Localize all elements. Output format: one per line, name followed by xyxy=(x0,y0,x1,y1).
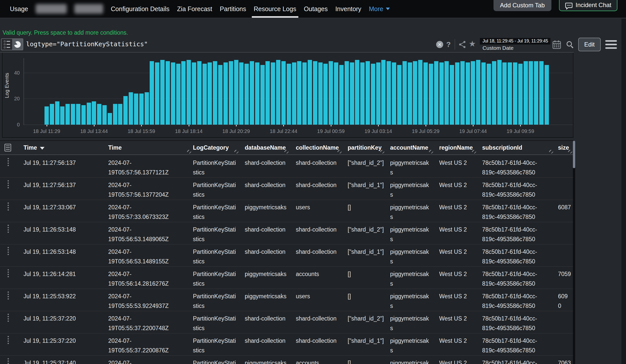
chart-bar[interactable] xyxy=(545,65,549,125)
row-actions-icon[interactable] xyxy=(8,247,9,255)
edit-button[interactable]: Edit xyxy=(578,38,601,51)
chart-bar[interactable] xyxy=(492,61,496,125)
chart-bar[interactable] xyxy=(113,104,117,125)
query-input[interactable]: logtype="PartitionKeyStatistics" xyxy=(26,40,148,48)
table-columns-icon[interactable] xyxy=(5,144,11,151)
query-view-toggle[interactable] xyxy=(1,38,23,50)
chart-bar[interactable] xyxy=(439,62,444,125)
column-header-time-sorted[interactable]: Time xyxy=(24,144,44,151)
column-header-time[interactable]: Time xyxy=(108,144,122,151)
nav-tab-redacted[interactable] xyxy=(36,4,67,14)
nav-tab-outages[interactable]: Outages xyxy=(304,0,328,18)
chart-bar[interactable] xyxy=(145,92,149,125)
column-resize-handle[interactable] xyxy=(568,150,572,153)
chart-bar[interactable] xyxy=(497,60,502,125)
chart-bar[interactable] xyxy=(313,61,317,125)
incident-chat-button[interactable]: Incident Chat xyxy=(559,0,617,11)
column-resize-handle[interactable] xyxy=(549,150,553,153)
chart-bar[interactable] xyxy=(471,61,475,125)
add-custom-tab-button[interactable]: Add Custom Tab xyxy=(494,0,551,11)
chart-bar[interactable] xyxy=(334,62,338,125)
chart-bar[interactable] xyxy=(466,62,470,125)
nav-tab-resource-logs[interactable]: Resource Logs xyxy=(254,0,296,18)
row-actions-icon[interactable] xyxy=(8,314,9,322)
chart-bar[interactable] xyxy=(229,61,233,125)
chart-bar[interactable] xyxy=(444,61,449,125)
column-resize-handle[interactable] xyxy=(472,150,476,153)
chart-bar[interactable] xyxy=(271,62,275,125)
chart-bar[interactable] xyxy=(350,62,354,125)
chart-bar[interactable] xyxy=(65,104,70,125)
column-header-collectionname[interactable]: collectionName xyxy=(296,144,339,151)
table-row[interactable]: Jul 19, 11:25:37:1402024-07-PartitionKey… xyxy=(0,356,573,364)
chart-bar[interactable] xyxy=(423,62,428,125)
chart-bar[interactable] xyxy=(339,65,344,125)
chart-bar[interactable] xyxy=(323,64,328,125)
row-actions-icon[interactable] xyxy=(8,180,9,188)
table-scrollbar-thumb[interactable] xyxy=(573,141,575,168)
chart-bar[interactable] xyxy=(360,62,365,125)
chart-bar[interactable] xyxy=(244,64,249,125)
table-row[interactable]: Jul 19, 11:27:56:1372024-07-19T05:57:56.… xyxy=(0,155,573,178)
table-row[interactable]: Jul 19, 11:26:14:2812024-07-19T05:56:14.… xyxy=(0,267,573,289)
chart-bar[interactable] xyxy=(44,106,49,125)
chart-bar[interactable] xyxy=(213,61,217,125)
chart-bar[interactable] xyxy=(529,61,533,125)
chart-bar[interactable] xyxy=(150,61,154,125)
chart-bar[interactable] xyxy=(308,60,312,125)
table-row[interactable]: Jul 19, 11:25:37:2202024-07-19T05:55:37.… xyxy=(0,333,573,356)
nav-tab-partitions[interactable]: Partitions xyxy=(220,0,246,18)
chart-bar[interactable] xyxy=(203,64,207,125)
chart-bar[interactable] xyxy=(208,62,212,125)
date-range-picker[interactable]: Jul 18, 11:29:45 - Jul 19, 11:29:45 Cust… xyxy=(480,38,550,51)
chart-bar[interactable] xyxy=(487,64,491,125)
row-actions-icon[interactable] xyxy=(8,158,9,166)
column-resize-handle[interactable] xyxy=(380,150,384,153)
chart-bar[interactable] xyxy=(366,61,370,125)
chart-bar[interactable] xyxy=(123,96,128,125)
column-resize-handle[interactable] xyxy=(284,150,288,153)
table-row[interactable]: Jul 19, 11:26:53:1482024-07-19T05:56:53.… xyxy=(0,244,573,267)
chart-bar[interactable] xyxy=(450,65,454,125)
window-scrollbar[interactable] xyxy=(621,19,626,364)
chart-bar[interactable] xyxy=(218,65,222,125)
share-icon[interactable] xyxy=(459,41,466,48)
chart-bar[interactable] xyxy=(192,62,196,125)
chart-bar[interactable] xyxy=(160,60,165,125)
chart-bar[interactable] xyxy=(108,113,112,125)
chart-bar[interactable] xyxy=(71,104,75,125)
chart-bar[interactable] xyxy=(102,105,107,125)
search-icon[interactable] xyxy=(567,41,573,48)
chart-bar[interactable] xyxy=(197,61,202,125)
chart-bar[interactable] xyxy=(508,62,512,125)
chart-bar[interactable] xyxy=(134,94,138,125)
column-header-regionname[interactable]: regionName xyxy=(439,144,473,151)
chart-bar[interactable] xyxy=(539,61,544,125)
chart-bar[interactable] xyxy=(76,104,80,125)
column-resize-handle[interactable] xyxy=(429,150,433,153)
chart-view-toggle[interactable] xyxy=(12,39,23,50)
column-resize-handle[interactable] xyxy=(187,150,191,153)
chart-bar[interactable] xyxy=(87,103,91,125)
column-header-partitionkey[interactable]: partitionKey xyxy=(348,144,382,151)
chart-bar[interactable] xyxy=(187,60,191,125)
chart-bar[interactable] xyxy=(171,62,175,125)
chart-bar[interactable] xyxy=(513,62,517,125)
nav-tab-usage[interactable]: Usage xyxy=(10,0,28,18)
nav-tab-configuration-details[interactable]: Configuration Details xyxy=(111,0,169,18)
chart-bar[interactable] xyxy=(129,92,133,125)
row-actions-icon[interactable] xyxy=(8,269,9,277)
table-row[interactable]: Jul 19, 11:27:56:1372024-07-19T05:57:56.… xyxy=(0,178,573,200)
column-header-size[interactable]: size xyxy=(558,144,569,151)
row-actions-icon[interactable] xyxy=(8,336,9,344)
chart-bar[interactable] xyxy=(265,61,270,125)
chart-bar[interactable] xyxy=(97,104,101,125)
row-actions-icon[interactable] xyxy=(8,225,9,233)
chart-bar[interactable] xyxy=(281,61,286,125)
chart-bar[interactable] xyxy=(118,104,122,125)
chart-bar[interactable] xyxy=(381,60,386,125)
chart-bar[interactable] xyxy=(408,62,412,125)
nav-tab-more[interactable]: More xyxy=(369,0,390,18)
chart-bar[interactable] xyxy=(166,61,170,125)
column-header-subscriptionid[interactable]: subscriptionId xyxy=(482,144,522,151)
